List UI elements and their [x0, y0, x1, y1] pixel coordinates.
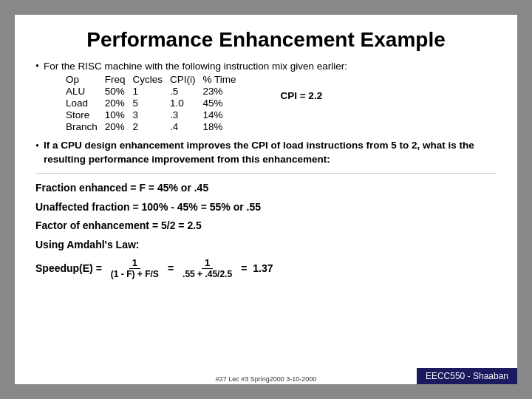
- footer-note: #27 Lec #3 Spring2000 3-10-2000: [216, 375, 317, 383]
- col-cycles: Cycles: [132, 74, 170, 86]
- cell-store-cycles: 3: [132, 109, 170, 121]
- slide-title: Performance Enhancement Example: [35, 28, 497, 52]
- bullet-dot-2: •: [35, 140, 39, 152]
- cell-load-pct: 45%: [202, 98, 243, 109]
- fraction-1-den: (1 - F) + F/S: [108, 269, 162, 279]
- cell-branch-freq: 20%: [105, 121, 133, 133]
- fraction-1: 1 (1 - F) + F/S: [108, 257, 162, 279]
- table-with-note: Op Freq Cycles CPI(i) % Time ALU 50% 1 .…: [66, 74, 347, 133]
- cpi-note-container: CPI = 2.2: [265, 90, 322, 101]
- bullet-dot-1: •: [35, 61, 39, 72]
- table-row: ALU 50% 1 .5 23%: [66, 86, 244, 98]
- fraction-2-den: .55 + .45/2.5: [180, 269, 235, 279]
- bullet-1-item: • For the RISC machine with the followin…: [35, 59, 497, 133]
- cell-store-cpi: .3: [170, 109, 203, 121]
- instruction-table: Op Freq Cycles CPI(i) % Time ALU 50% 1 .…: [66, 74, 347, 133]
- footer-spacer: [35, 279, 497, 300]
- cell-branch-cycles: 2: [132, 121, 170, 133]
- bullet-2-item: • If a CPU design enhancement improves t…: [35, 139, 497, 167]
- footer-bar: EECC550 - Shaaban: [417, 368, 517, 384]
- factor-enhancement-line: Factor of enhancement = 5/2 = 2.5: [35, 217, 497, 235]
- table-row: Store 10% 3 .3 14%: [66, 109, 244, 121]
- unaffected-fraction-line: Unaffected fraction = 100% - 45% = 55% o…: [35, 199, 497, 216]
- cpi-note: CPI = 2.2: [280, 90, 322, 101]
- table-header-row: Op Freq Cycles CPI(i) % Time: [66, 74, 244, 86]
- bullet-1-intro: For the RISC machine with the following …: [44, 61, 347, 72]
- col-pct: % Time: [202, 74, 243, 86]
- col-freq: Freq: [105, 74, 133, 86]
- equals-1: =: [168, 262, 174, 274]
- col-cpi: CPI(i): [170, 74, 203, 86]
- col-op: Op: [66, 74, 105, 86]
- divider: [35, 173, 497, 174]
- cell-alu-cycles: 1: [132, 86, 170, 98]
- slide: Performance Enhancement Example • For th…: [15, 15, 517, 384]
- cell-load-cycles: 5: [132, 98, 170, 109]
- bullet-2-text: If a CPU design enhancement improves the…: [44, 139, 497, 167]
- bullet-1-content: For the RISC machine with the following …: [44, 59, 347, 133]
- fraction-1-num: 1: [129, 257, 140, 269]
- table-row: Load 20% 5 1.0 45%: [66, 98, 244, 109]
- cell-alu: ALU: [66, 86, 105, 98]
- cell-branch-pct: 18%: [202, 121, 243, 133]
- speedup-section: Speedup(E) = 1 (1 - F) + F/S = 1 .55 + .…: [35, 257, 497, 279]
- equals-2: =: [241, 262, 247, 274]
- cell-alu-freq: 50%: [105, 86, 133, 98]
- cell-load-cpi: 1.0: [170, 98, 203, 109]
- fraction-enhanced-line: Fraction enhanced = F = 45% or .45: [35, 180, 497, 197]
- cell-load-freq: 20%: [105, 98, 133, 109]
- amdahl-label-line: Using Amdahl's Law:: [35, 236, 497, 254]
- cell-store-freq: 10%: [105, 109, 133, 121]
- speedup-row: Speedup(E) = 1 (1 - F) + F/S = 1 .55 + .…: [35, 257, 497, 279]
- bullet-1-section: • For the RISC machine with the followin…: [35, 59, 497, 133]
- speedup-label: Speedup(E) =: [35, 262, 102, 274]
- cell-store: Store: [66, 109, 105, 121]
- cell-alu-pct: 23%: [202, 86, 243, 98]
- cell-branch-cpi: .4: [170, 121, 203, 133]
- cell-alu-cpi: .5: [170, 86, 203, 98]
- cell-branch: Branch: [66, 121, 105, 133]
- table-row-branch: Branch 20% 2 .4 18%: [66, 121, 244, 133]
- fraction-2: 1 .55 + .45/2.5: [180, 257, 235, 279]
- data-table: Op Freq Cycles CPI(i) % Time ALU 50% 1 .…: [66, 74, 244, 133]
- cell-store-pct: 14%: [202, 109, 243, 121]
- fraction-2-num: 1: [202, 257, 213, 269]
- speedup-result: 1.37: [253, 262, 273, 274]
- cell-load: Load: [66, 98, 105, 109]
- calc-section: Fraction enhanced = F = 45% or .45 Unaff…: [35, 180, 497, 254]
- footer-label: EECC550 - Shaaban: [426, 371, 508, 381]
